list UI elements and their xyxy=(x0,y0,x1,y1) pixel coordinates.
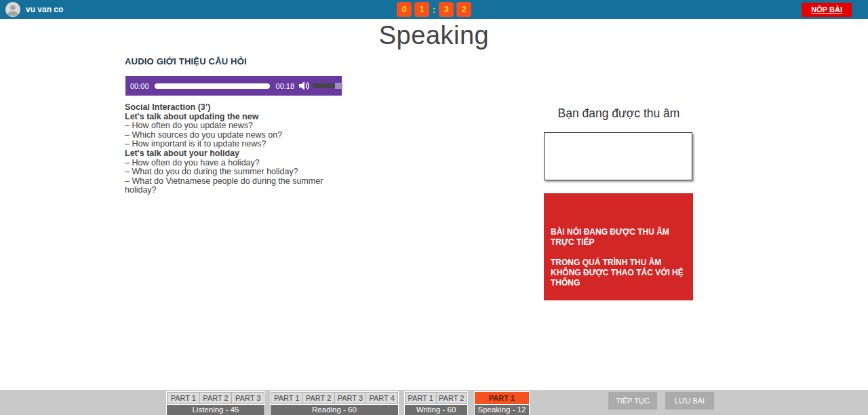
recording-warning-line-1: BÀI NÓI ĐANG ĐƯỢC THU ÂM TRỰC TIẾP xyxy=(551,227,684,248)
tab-reading-part-4[interactable]: PART 4 xyxy=(366,392,398,404)
timer-digit-second-tens: 3 xyxy=(439,2,454,17)
question-line: – What do you do during the summer holid… xyxy=(125,167,355,177)
tab-listening-part-3[interactable]: PART 3 xyxy=(231,392,264,404)
tab-reading-part-3[interactable]: PART 3 xyxy=(334,392,367,404)
timer-digit-minute-ones: 1 xyxy=(414,2,429,17)
speaking-test-page: vu van co 0 1 : 3 2 NỘP BÀI Speaking AUD… xyxy=(0,0,868,415)
tab-reading-part-1[interactable]: PART 1 xyxy=(271,392,303,404)
countdown-timer: 0 1 : 3 2 xyxy=(397,0,471,19)
recording-warning-line-2: TRONG QUÁ TRÌNH THU ÂM KHÔNG ĐƯỢC THAO T… xyxy=(551,258,684,288)
audio-elapsed-time: 00:00 xyxy=(130,82,149,90)
recording-visualizer-box xyxy=(544,132,692,180)
timer-digit-second-ones: 2 xyxy=(456,2,471,17)
question-line: – How important is it to update news? xyxy=(125,140,355,149)
section-writing: PART 1 PART 2 Writing - 60 xyxy=(404,391,468,415)
listening-section-label: Listening - 45 xyxy=(167,405,264,415)
speaker-icon[interactable] xyxy=(298,81,310,91)
audio-progress-bar[interactable] xyxy=(155,83,270,89)
volume-slider[interactable] xyxy=(313,83,342,88)
submit-test-button[interactable]: NỘP BÀI xyxy=(802,3,852,17)
question-subtopic-1: Let's talk about updating the new xyxy=(125,113,355,122)
speaking-tabs: PART 1 xyxy=(475,392,529,404)
question-line: – What do Vietnamese people do during th… xyxy=(125,177,355,195)
question-subtopic-2: Let's talk about your holiday xyxy=(125,149,355,159)
tab-listening-part-1[interactable]: PART 1 xyxy=(167,392,200,404)
page-title: Speaking xyxy=(0,21,868,50)
listening-tabs: PART 1 PART 2 PART 3 xyxy=(167,392,264,404)
section-listening: PART 1 PART 2 PART 3 Listening - 45 xyxy=(166,391,265,415)
question-topic-title: Social Interaction (3’) xyxy=(125,103,355,113)
question-line: – Which sources do you update news on? xyxy=(125,131,355,140)
question-line: – How often do you have a holiday? xyxy=(125,159,355,168)
bottom-navigation-bar: PART 1 PART 2 PART 3 Listening - 45 PART… xyxy=(0,390,868,415)
person-icon xyxy=(5,2,20,17)
writing-section-label: Writing - 60 xyxy=(405,405,467,415)
username-label: vu van co xyxy=(26,0,63,19)
user-avatar xyxy=(5,2,20,17)
tab-writing-part-2[interactable]: PART 2 xyxy=(436,392,468,404)
tab-speaking-part-1-active[interactable]: PART 1 xyxy=(475,392,529,404)
audio-duration: 00:18 xyxy=(276,82,295,90)
audio-intro-label: AUDIO GIỚI THIỆU CÂU HỎI xyxy=(125,56,247,66)
save-button[interactable]: LƯU BÀI xyxy=(665,392,714,410)
volume-slider-handle[interactable] xyxy=(335,83,342,89)
question-line: – How often do you update news? xyxy=(125,121,355,131)
recording-status-heading: Bạn đang được thu âm xyxy=(536,106,702,121)
audio-player: 00:00 00:18 xyxy=(125,76,342,96)
timer-separator: : xyxy=(432,5,436,15)
tab-writing-part-1[interactable]: PART 1 xyxy=(405,392,437,404)
section-reading: PART 1 PART 2 PART 3 PART 4 Reading - 60 xyxy=(270,391,399,415)
recording-warning-box: BÀI NÓI ĐANG ĐƯỢC THU ÂM TRỰC TIẾP TRONG… xyxy=(544,193,693,300)
tab-listening-part-2[interactable]: PART 2 xyxy=(199,392,233,404)
reading-tabs: PART 1 PART 2 PART 3 PART 4 xyxy=(271,392,398,404)
section-speaking: PART 1 Speaking - 12 xyxy=(474,391,530,415)
writing-tabs: PART 1 PART 2 xyxy=(405,392,467,404)
reading-section-label: Reading - 60 xyxy=(271,405,398,415)
continue-button[interactable]: TIẾP TỤC xyxy=(608,392,657,410)
tab-reading-part-2[interactable]: PART 2 xyxy=(302,392,335,404)
speaking-section-label: Speaking - 12 xyxy=(475,405,529,415)
top-bar: vu van co 0 1 : 3 2 NỘP BÀI xyxy=(0,0,868,19)
question-text-block: Social Interaction (3’) Let's talk about… xyxy=(125,103,355,195)
timer-digit-minute-tens: 0 xyxy=(397,2,412,17)
